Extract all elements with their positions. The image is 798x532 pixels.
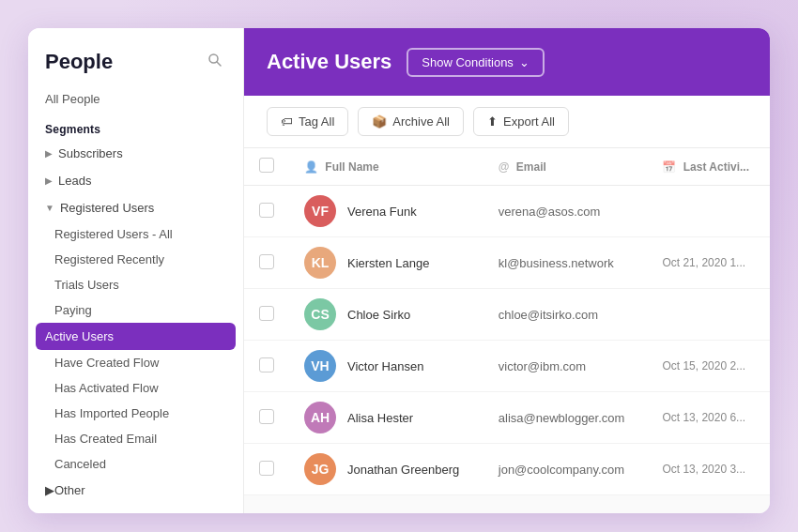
chevron-down-icon: ⌄ [519,55,529,69]
email-cell: verena@asos.com [483,186,648,237]
table-header-row: 👤 Full Name @ Email 📅 Last Activi... [244,148,770,186]
row-checkbox[interactable] [259,409,274,424]
last-activity-cell: Oct 21, 2020 1... [647,237,770,289]
at-icon: @ [499,160,510,174]
row-checkbox-cell [244,392,289,444]
table-row[interactable]: JG Jonathan Greenberg jon@coolcompany.co… [244,444,770,495]
name-cell: AH Alisa Hester [289,392,483,444]
avatar: CS [304,298,336,330]
name-cell: JG Jonathan Greenberg [289,444,483,495]
last-activity-cell [647,186,770,237]
avatar: JG [304,453,336,485]
app-container: People All People Segments ▶ Subscribers… [28,28,770,513]
sidebar-sub-has-activated-flow[interactable]: Has Activated Flow [28,375,243,401]
last-activity-cell: Oct 13, 2020 3... [647,444,770,495]
email-cell: victor@ibm.com [483,341,648,392]
row-checkbox-cell [244,341,289,392]
row-checkbox[interactable] [259,306,274,321]
sidebar-item-label: Registered Users [60,201,154,215]
main-toolbar: 🏷 Tag All 📦 Archive All ⬆ Export All [244,96,770,148]
tag-all-label: Tag All [299,114,334,129]
full-name: Kiersten Lange [347,256,429,270]
email-cell: kl@business.network [483,237,648,289]
page-title: Active Users [267,50,391,74]
search-icon[interactable] [204,49,226,75]
row-checkbox-cell [244,444,289,495]
chevron-right-icon: ▶ [45,175,53,186]
name-cell: VH Victor Hansen [289,341,483,392]
table-row[interactable]: KL Kiersten Lange kl@business.network Oc… [244,237,770,289]
sidebar-item-subscribers[interactable]: ▶ Subscribers [28,140,243,167]
table-row[interactable]: VH Victor Hansen victor@ibm.com Oct 15, … [244,341,770,392]
avatar: KL [304,247,336,279]
email-cell: chloe@itsirko.com [483,289,648,341]
full-name-column: 👤 Full Name [289,148,483,186]
active-users-label: Active Users [45,329,114,343]
sidebar-sub-paying[interactable]: Paying [28,297,243,323]
export-all-button[interactable]: ⬆ Export All [473,107,569,136]
last-activity-cell [647,289,770,341]
full-name: Verena Funk [347,205,417,219]
avatar: AH [304,402,336,433]
name-cell: VF Verena Funk [289,186,483,237]
sidebar-title: People [45,50,113,74]
last-activity-cell: Oct 13, 2020 6... [647,392,770,444]
tag-icon: 🏷 [281,114,293,129]
sidebar-item-other[interactable]: ▶ Other [28,477,243,504]
row-checkbox[interactable] [259,461,274,476]
archive-all-label: Archive All [392,114,450,129]
email-cell: alisa@newblogger.com [483,392,648,444]
last-activity-column: 📅 Last Activi... [647,148,770,186]
name-cell: CS Chloe Sirko [289,289,483,341]
sidebar-sub-active-users[interactable]: Active Users [36,323,236,350]
sidebar-header: People [28,28,243,86]
chevron-right-icon: ▶ [45,483,54,497]
email-cell: jon@coolcompany.com [483,444,648,495]
table-row[interactable]: VF Verena Funk verena@asos.com [244,186,770,237]
sidebar-item-all-people[interactable]: All People [28,86,243,115]
people-table-container: 👤 Full Name @ Email 📅 Last Activi... [244,148,770,513]
sidebar-sub-registered-users-all[interactable]: Registered Users - All [28,221,243,247]
row-checkbox[interactable] [259,254,274,269]
full-name: Chloe Sirko [347,308,410,322]
sidebar-sub-has-created-email[interactable]: Has Created Email [28,426,243,451]
export-all-label: Export All [503,114,555,129]
select-all-column [244,148,289,186]
main-header: Active Users Show Conditions ⌄ [244,28,770,96]
row-checkbox-cell [244,289,289,341]
full-name: Victor Hansen [347,359,423,373]
chevron-right-icon: ▶ [45,148,53,159]
sidebar-sub-trials-users[interactable]: Trials Users [28,272,243,297]
sidebar-sub-has-imported-people[interactable]: Has Imported People [28,401,243,426]
segments-label: Segments [28,115,243,140]
sidebar-sub-registered-recently[interactable]: Registered Recently [28,247,243,272]
avatar: VF [304,195,336,227]
main-content: Active Users Show Conditions ⌄ 🏷 Tag All… [244,28,770,513]
export-icon: ⬆ [487,114,498,129]
table-row[interactable]: CS Chloe Sirko chloe@itsirko.com [244,289,770,341]
row-checkbox-cell [244,186,289,237]
avatar: VH [304,350,336,382]
sidebar-item-leads[interactable]: ▶ Leads [28,167,243,194]
show-conditions-label: Show Conditions [422,55,514,69]
person-icon: 👤 [304,160,318,174]
sidebar-sub-canceled[interactable]: Canceled [28,451,243,477]
sidebar-item-registered-users[interactable]: ▼ Registered Users [28,194,243,221]
row-checkbox-cell [244,237,289,289]
show-conditions-button[interactable]: Show Conditions ⌄ [407,48,545,77]
tag-all-button[interactable]: 🏷 Tag All [267,107,348,136]
calendar-icon: 📅 [662,160,676,174]
row-checkbox[interactable] [259,203,274,218]
row-checkbox[interactable] [259,357,274,372]
name-cell: KL Kiersten Lange [289,237,483,289]
archive-all-button[interactable]: 📦 Archive All [358,107,464,136]
last-activity-cell: Oct 15, 2020 2... [647,341,770,392]
email-column: @ Email [483,148,648,186]
select-all-checkbox[interactable] [259,158,274,173]
sidebar-item-label: Leads [58,174,91,188]
full-name: Jonathan Greenberg [347,463,459,477]
full-name: Alisa Hester [347,411,413,425]
sidebar-sub-have-created-flow[interactable]: Have Created Flow [28,350,243,375]
people-table: 👤 Full Name @ Email 📅 Last Activi... [244,148,770,495]
table-row[interactable]: AH Alisa Hester alisa@newblogger.com Oct… [244,392,770,444]
